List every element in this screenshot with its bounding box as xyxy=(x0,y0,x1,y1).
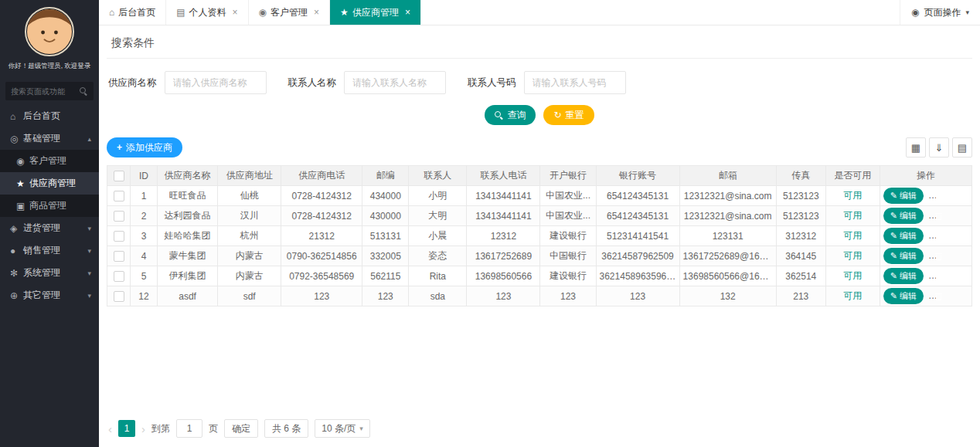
table-cell: 13413441141 xyxy=(467,186,540,206)
sidebar-item-other-management[interactable]: 其它管理 xyxy=(0,284,99,306)
add-supplier-label: 添加供应商 xyxy=(126,141,172,154)
table-cell: 123131 xyxy=(679,226,776,246)
table-row: 4蒙牛集团内蒙古0790-362514856332005姿态1361725268… xyxy=(107,246,972,266)
sidebar-search-input[interactable] xyxy=(11,87,80,96)
tab-home[interactable]: 后台首页 xyxy=(99,0,166,25)
avatar[interactable] xyxy=(25,7,74,56)
pencil-icon xyxy=(890,252,897,260)
chevron-down-icon xyxy=(87,269,91,277)
row-checkbox[interactable] xyxy=(114,191,124,201)
contact-number-input[interactable] xyxy=(524,71,626,94)
menu-label: 其它管理 xyxy=(23,289,60,302)
sidebar-item-goods-management[interactable]: 商品管理 xyxy=(0,195,99,217)
column-header: 邮箱 xyxy=(679,166,776,186)
reset-button[interactable]: 重置 xyxy=(543,105,594,125)
system-icon xyxy=(10,269,23,278)
table-cell: 123 xyxy=(540,286,596,306)
column-header: 开户银行 xyxy=(540,166,596,186)
actions-cell: 编辑删除 xyxy=(880,286,971,306)
sidebar-item-sales-management[interactable]: 销售管理 xyxy=(0,239,99,262)
goto-prefix-label: 到第 xyxy=(151,422,170,435)
menu-label: 销售管理 xyxy=(23,244,60,257)
delete-button-label: 删除 xyxy=(944,270,961,282)
table-cell: 123 xyxy=(362,286,409,306)
row-checkbox[interactable] xyxy=(114,251,124,262)
sidebar-item-home[interactable]: 后台首页 xyxy=(0,105,99,127)
availability-cell: 可用 xyxy=(825,226,880,246)
tab-label: 后台首页 xyxy=(118,6,155,19)
filter-columns-button[interactable] xyxy=(906,137,926,157)
row-checkbox[interactable] xyxy=(114,211,124,222)
edit-button[interactable]: 编辑 xyxy=(883,228,924,244)
close-icon[interactable] xyxy=(405,8,410,17)
query-button[interactable]: 查询 xyxy=(485,105,536,125)
table-cell: 562115 xyxy=(362,266,409,286)
row-checkbox[interactable] xyxy=(114,271,124,282)
column-header: ID xyxy=(131,166,158,186)
table-cell: 12312321@sina.com xyxy=(679,206,776,226)
sidebar-search xyxy=(5,82,94,100)
content-panel: 搜索条件 供应商名称 联系人名称 联系人号码 查询 重置 xyxy=(99,25,980,447)
add-supplier-button[interactable]: 添加供应商 xyxy=(107,137,182,157)
edit-button[interactable]: 编辑 xyxy=(883,248,924,264)
row-checkbox[interactable] xyxy=(114,291,124,302)
sidebar-item-supplier-management[interactable]: 供应商管理 xyxy=(0,172,99,195)
edit-button[interactable]: 编辑 xyxy=(883,188,924,204)
close-icon[interactable] xyxy=(233,8,238,17)
table-cell: 中国银行 xyxy=(540,246,596,266)
table-head-row: ID供应商名称供应商地址供应商电话邮编联系人联系人电话开户银行银行账号邮箱传真是… xyxy=(107,166,972,186)
print-button[interactable] xyxy=(952,137,972,157)
greeting-text: 你好！超级管理员, 欢迎登录 xyxy=(0,62,99,71)
edit-button[interactable]: 编辑 xyxy=(883,208,924,224)
confirm-button[interactable]: 确定 xyxy=(224,419,258,438)
page-size-select[interactable]: 10 条/页 xyxy=(315,419,370,438)
supplier-name-input[interactable] xyxy=(165,71,267,94)
table-cell: 伊利集团 xyxy=(158,266,218,286)
table-cell: 建设银行 xyxy=(540,226,596,246)
tab-bar: 后台首页 个人资料 客户管理 供应商管理 页面操作 xyxy=(99,0,980,25)
close-icon[interactable] xyxy=(314,8,319,17)
table-cell: 中国农业... xyxy=(540,206,596,226)
tab-supplier-management[interactable]: 供应商管理 xyxy=(330,0,421,25)
query-button-label: 查询 xyxy=(507,109,526,122)
prev-page-button[interactable]: ‹ xyxy=(108,422,112,435)
status-text: 可用 xyxy=(843,190,862,201)
row-checkbox[interactable] xyxy=(114,231,124,242)
menu-label: 基础管理 xyxy=(23,132,60,145)
table-cell: 132 xyxy=(679,286,776,306)
page-actions-label: 页面操作 xyxy=(924,6,961,19)
tab-customer-management[interactable]: 客户管理 xyxy=(249,0,331,25)
search-icon xyxy=(495,111,503,120)
trash-icon xyxy=(935,212,942,220)
menu-label: 客户管理 xyxy=(29,154,66,168)
next-page-button[interactable]: › xyxy=(141,422,145,435)
table-cell: 旺旺食品 xyxy=(158,186,218,206)
print-icon xyxy=(958,143,967,153)
goto-page-input[interactable] xyxy=(176,419,202,438)
sidebar-item-purchase-management[interactable]: 进货管理 xyxy=(0,217,99,239)
table-row: 5伊利集团内蒙古0792-36548569562115Rita136985605… xyxy=(107,266,972,286)
table-cell: Rita xyxy=(409,266,467,286)
export-button[interactable] xyxy=(929,137,949,157)
sidebar-item-basic-management[interactable]: 基础管理 xyxy=(0,127,99,150)
pencil-icon xyxy=(890,292,897,300)
table-cell: 5123123 xyxy=(776,186,825,206)
sidebar-item-customer-management[interactable]: 客户管理 xyxy=(0,150,99,172)
pagination: ‹ 1 › 到第 页 确定 共 6 条 10 条/页 xyxy=(107,413,972,441)
edit-button-label: 编辑 xyxy=(900,270,917,282)
search-icon xyxy=(80,87,88,96)
table-cell: 12312321@sina.com xyxy=(679,186,776,206)
edit-button[interactable]: 编辑 xyxy=(883,268,924,284)
current-page-button[interactable]: 1 xyxy=(118,420,135,437)
tab-profile[interactable]: 个人资料 xyxy=(166,0,248,25)
table-cell: 21312 xyxy=(281,226,362,246)
page-actions-dropdown[interactable]: 页面操作 xyxy=(900,0,980,25)
target-icon xyxy=(911,8,919,17)
table-cell: 36214587962509 xyxy=(596,246,679,266)
tab-label: 个人资料 xyxy=(189,6,226,19)
contact-name-input[interactable] xyxy=(344,71,446,94)
sidebar-menu: 后台首页 基础管理 客户管理 供应商管理 商品管理 进货管理 xyxy=(0,105,99,306)
select-all-checkbox[interactable] xyxy=(114,171,124,181)
sidebar-item-system-management[interactable]: 系统管理 xyxy=(0,262,99,284)
edit-button[interactable]: 编辑 xyxy=(883,288,924,304)
